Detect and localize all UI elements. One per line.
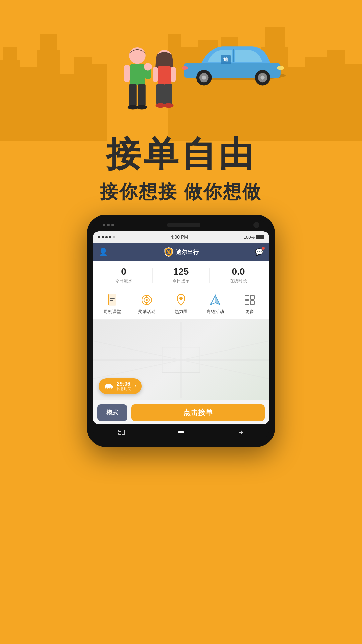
driver-class-icon (106, 293, 119, 307)
svg-point-25 (202, 76, 206, 80)
svg-rect-44 (156, 84, 165, 105)
break-arrow-icon: › (135, 383, 136, 389)
user-icon[interactable]: 👤 (99, 248, 108, 256)
hero-illustration: 迪 (64, 10, 298, 138)
nav-forward-icon[interactable] (236, 428, 244, 438)
svg-point-77 (110, 387, 112, 389)
status-time: 4:00 PM (171, 234, 188, 240)
break-time-badge[interactable]: 29:06 休息时间 › (99, 378, 142, 394)
svg-point-31 (277, 66, 284, 70)
svg-point-28 (261, 76, 265, 80)
svg-rect-14 (305, 57, 327, 141)
mode-button[interactable]: 模式 (97, 404, 127, 421)
svg-rect-2 (20, 67, 37, 141)
nav-home-icon[interactable] (176, 430, 186, 436)
phone-bottom-nav (93, 424, 269, 442)
reward-icon (140, 293, 154, 307)
reward-label: 奖励活动 (138, 309, 156, 315)
headline-section: 接单自由 接你想接 做你想做 (0, 134, 362, 204)
app-logo: 迪 迪尔出行 (164, 247, 199, 257)
svg-rect-48 (153, 67, 158, 82)
gaode-label: 高德活动 (206, 309, 224, 315)
stat-online-time: 0.0 在线时长 (210, 266, 267, 284)
menu-heatmap[interactable]: 热力圈 (164, 293, 198, 315)
svg-rect-55 (108, 294, 109, 305)
accept-order-button[interactable]: 点击接单 (131, 404, 265, 421)
menu-more[interactable]: 更多 (233, 293, 267, 315)
bottom-action-bar: 模式 点击接单 (93, 400, 269, 424)
menu-driver-class[interactable]: 司机课堂 (95, 293, 129, 315)
svg-rect-66 (245, 295, 249, 299)
svg-rect-1 (3, 47, 17, 60)
app-title: 迪尔出行 (176, 248, 199, 256)
heatmap-label: 热力圈 (175, 309, 188, 315)
svg-rect-53 (110, 298, 115, 299)
stat-revenue-value: 0 (95, 266, 152, 277)
menu-grid: 司机课堂 (93, 288, 269, 320)
svg-rect-0 (0, 60, 20, 141)
break-car-icon (104, 383, 113, 389)
svg-rect-36 (138, 84, 146, 107)
svg-point-63 (179, 297, 183, 300)
headline-main: 接单自由 (0, 134, 362, 174)
stat-orders-value: 125 (153, 266, 209, 277)
svg-rect-49 (171, 67, 176, 82)
phone-mockup: 4:00 PM 100% 👤 (87, 215, 275, 447)
svg-rect-43 (158, 66, 171, 85)
more-icon (243, 293, 256, 307)
battery-percent: 100% (244, 235, 255, 240)
break-time-value: 29:06 (117, 381, 131, 387)
svg-rect-54 (110, 300, 113, 301)
shield-logo-icon: 迪 (164, 247, 173, 257)
app-header: 👤 迪 迪尔出行 💬 (93, 243, 269, 261)
break-time-label: 休息时间 (117, 387, 131, 391)
status-bar: 4:00 PM 100% (93, 231, 269, 243)
more-label: 更多 (245, 309, 254, 315)
svg-point-47 (164, 103, 174, 108)
gaode-icon (208, 293, 222, 307)
svg-point-76 (106, 387, 108, 389)
svg-rect-79 (119, 433, 121, 435)
stat-time-value: 0.0 (210, 266, 267, 277)
stat-time-label: 在线时长 (210, 278, 267, 284)
svg-point-58 (146, 299, 148, 301)
headline-sub: 接你想接 做你想做 (0, 180, 362, 204)
menu-gaode[interactable]: 高德活动 (198, 293, 232, 315)
svg-rect-34 (130, 64, 145, 85)
stats-row: 0 今日流水 125 今日接单 0.0 在线时长 (93, 261, 269, 288)
svg-rect-68 (245, 301, 249, 305)
menu-reward[interactable]: 奖励活动 (129, 293, 164, 315)
svg-rect-80 (122, 430, 125, 435)
svg-rect-52 (110, 297, 115, 297)
svg-rect-35 (129, 84, 137, 107)
message-icon[interactable]: 💬 (255, 248, 263, 256)
message-badge-dot (262, 247, 265, 250)
map-area: 29:06 休息时间 › (93, 320, 269, 400)
svg-text:迪: 迪 (167, 250, 171, 254)
svg-rect-3 (37, 50, 60, 141)
svg-rect-39 (124, 65, 130, 82)
svg-rect-67 (250, 295, 254, 299)
svg-text:迪: 迪 (223, 57, 228, 62)
heatmap-icon (174, 293, 188, 307)
svg-rect-81 (178, 431, 184, 433)
svg-point-38 (137, 105, 147, 110)
nav-back-icon[interactable] (118, 428, 126, 438)
svg-rect-45 (165, 84, 172, 105)
svg-rect-69 (250, 301, 254, 305)
stat-today-revenue: 0 今日流水 (95, 266, 152, 284)
svg-rect-4 (40, 34, 57, 50)
stat-today-orders: 125 今日接单 (153, 266, 209, 284)
svg-rect-78 (119, 430, 121, 432)
svg-rect-16 (342, 64, 362, 141)
stat-orders-label: 今日接单 (153, 278, 209, 284)
stat-revenue-label: 今日流水 (95, 278, 152, 284)
svg-point-32 (182, 66, 188, 70)
driver-class-label: 司机课堂 (104, 309, 121, 315)
svg-point-37 (128, 105, 138, 110)
